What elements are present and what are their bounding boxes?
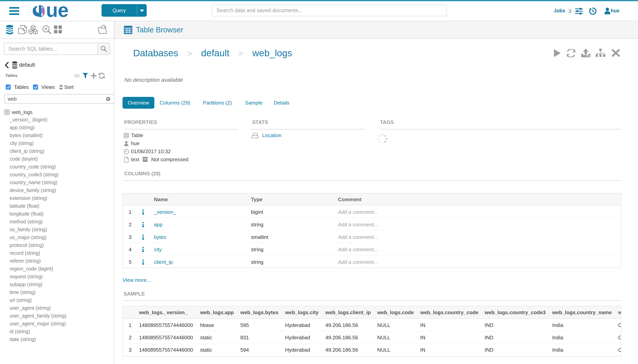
svg-text:ue: ue bbox=[46, 5, 69, 17]
